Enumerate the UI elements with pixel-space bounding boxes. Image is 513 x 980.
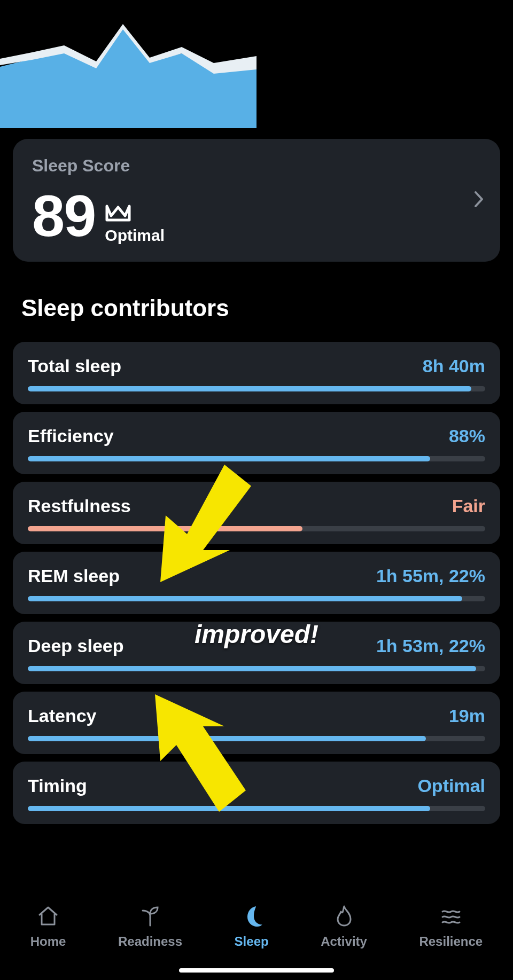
nav-label: Activity	[321, 934, 367, 949]
nav-label: Resilience	[419, 934, 483, 949]
svg-marker-2	[0, 27, 256, 128]
contributor-efficiency[interactable]: Efficiency 88%	[13, 412, 500, 474]
contributor-latency[interactable]: Latency 19m	[13, 692, 500, 754]
progress-bar	[28, 386, 485, 391]
contributor-label: Restfulness	[28, 496, 131, 516]
moon-icon	[240, 904, 263, 930]
nav-label: Readiness	[118, 934, 182, 949]
nav-label: Sleep	[235, 934, 269, 949]
contributor-timing[interactable]: Timing Optimal	[13, 762, 500, 824]
sleep-score-label: Sleep Score	[32, 156, 481, 176]
contributor-value: 19m	[449, 705, 485, 726]
contributor-label: Total sleep	[28, 356, 121, 377]
progress-bar	[28, 736, 485, 741]
crown-icon	[105, 203, 131, 224]
contributor-value: Fair	[452, 496, 485, 516]
section-title-sleep-contributors: Sleep contributors	[21, 295, 229, 322]
contributor-label: Latency	[28, 705, 97, 726]
home-icon	[36, 904, 60, 930]
contributor-label: Efficiency	[28, 426, 114, 446]
contributor-label: Deep sleep	[28, 636, 124, 656]
nav-label: Home	[30, 934, 66, 949]
progress-bar	[28, 526, 485, 531]
progress-bar	[28, 666, 485, 671]
nav-resilience[interactable]: Resilience	[419, 904, 483, 949]
progress-bar	[28, 456, 485, 461]
contributor-total-sleep[interactable]: Total sleep 8h 40m	[13, 342, 500, 404]
contributor-value: Optimal	[417, 775, 485, 796]
nav-activity[interactable]: Activity	[321, 904, 367, 949]
nav-home[interactable]: Home	[30, 904, 66, 949]
nav-readiness[interactable]: Readiness	[118, 904, 182, 949]
nav-sleep[interactable]: Sleep	[235, 904, 269, 949]
sleep-score-card[interactable]: Sleep Score 89 Optimal	[13, 139, 500, 262]
contributor-value: 1h 53m, 22%	[376, 636, 485, 656]
flame-icon	[332, 904, 356, 930]
contributor-label: REM sleep	[28, 566, 120, 586]
sleep-stages-area-chart	[0, 0, 256, 128]
contributor-value: 8h 40m	[423, 356, 485, 377]
sleep-contributors-list: Total sleep 8h 40m Efficiency 88% Restfu…	[13, 342, 500, 824]
bottom-nav: Home Readiness Sleep Activity Resilience	[0, 892, 513, 980]
contributor-label: Timing	[28, 775, 87, 796]
waves-icon	[439, 904, 463, 930]
home-indicator	[179, 968, 334, 973]
progress-bar	[28, 596, 485, 601]
contributor-rem-sleep[interactable]: REM sleep 1h 55m, 22%	[13, 552, 500, 614]
sprout-icon	[138, 904, 162, 930]
contributor-value: 1h 55m, 22%	[376, 566, 485, 586]
chevron-right-icon	[473, 190, 484, 210]
sleep-score-value: 89	[32, 186, 95, 245]
contributor-deep-sleep[interactable]: Deep sleep 1h 53m, 22%	[13, 622, 500, 684]
contributor-restfulness[interactable]: Restfulness Fair	[13, 482, 500, 544]
sleep-score-status: Optimal	[105, 226, 165, 245]
progress-bar	[28, 806, 485, 811]
contributor-value: 88%	[449, 426, 485, 446]
